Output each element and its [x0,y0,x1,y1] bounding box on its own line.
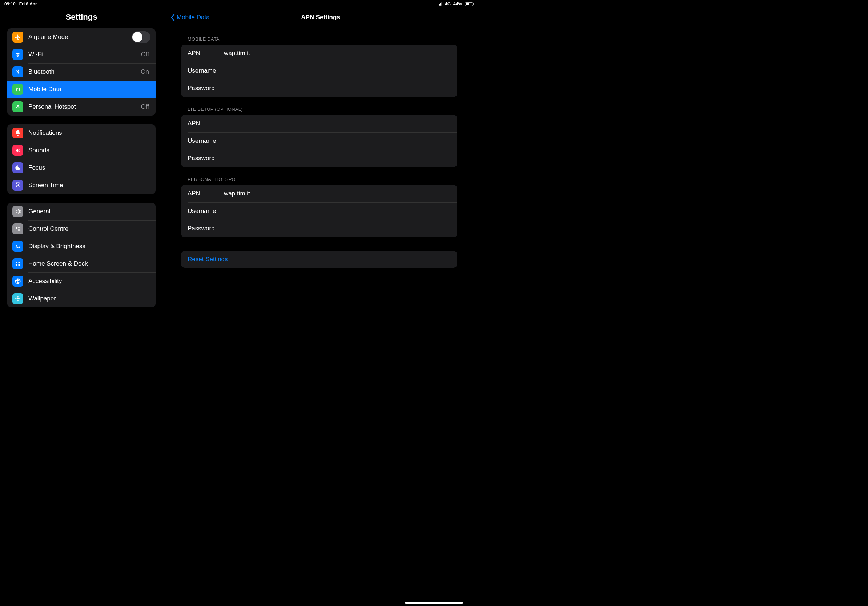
back-button[interactable]: Mobile Data [170,14,210,22]
sidebar-item-screen-time[interactable]: Screen Time [7,176,156,194]
accessibility-icon [12,276,23,287]
sidebar-item-bluetooth[interactable]: Bluetooth On [7,63,156,80]
field-input[interactable] [224,50,451,57]
sidebar-item-home-screen-dock[interactable]: Home Screen & Dock [7,255,156,272]
sidebar-group-connectivity: Airplane Mode Wi-Fi Off Bluetooth On Mob… [7,28,156,116]
status-network: 4G [445,2,451,6]
settings-sidebar[interactable]: Settings Airplane Mode Wi-Fi Off Bluetoo… [0,8,163,334]
field-hotspot-username[interactable]: Username [181,203,457,220]
field-hotspot-password[interactable]: Password [181,220,457,237]
sidebar-item-label: Accessibility [28,278,150,285]
svg-point-2 [18,229,20,231]
sidebar-item-focus[interactable]: Focus [7,159,156,176]
field-input[interactable] [224,207,451,215]
sidebar-item-wallpaper[interactable]: Wallpaper [7,290,156,308]
battery-icon [465,2,474,6]
sidebar-group-attention: Notifications Sounds Focus Screen Time [7,124,156,194]
section-header-personal-hotspot: PERSONAL HOTSPOT [181,167,457,185]
detail-navbar: Mobile Data APN Settings [163,8,478,27]
sidebar-item-mobile-data[interactable]: Mobile Data [7,80,156,98]
sidebar-item-sounds[interactable]: Sounds [7,142,156,159]
svg-rect-8 [16,264,17,266]
field-input[interactable] [224,155,451,162]
field-mobile-data-username[interactable]: Username [181,62,457,80]
field-mobile-data-password[interactable]: Password [181,80,457,97]
back-label: Mobile Data [177,14,210,21]
sidebar-item-label: Personal Hotspot [28,103,141,110]
svg-point-12 [17,298,19,300]
field-hotspot-apn[interactable]: APN [181,185,457,203]
sidebar-item-label: Home Screen & Dock [28,260,150,267]
sidebar-item-label: Focus [28,164,150,172]
sidebar-item-accessibility[interactable]: Accessibility [7,272,156,290]
field-lte-password[interactable]: Password [181,150,457,167]
flower-icon [12,293,23,304]
status-bar: 09:10 Fri 8 Apr 4G 44% [0,0,478,8]
svg-text:A: A [18,246,20,249]
field-label: Username [188,137,224,145]
bell-icon [12,128,23,138]
section-mobile-data: APN Username Password [181,45,457,97]
field-label: Username [188,207,224,215]
svg-point-0 [16,227,18,229]
field-label: APN [188,50,224,57]
sidebar-item-display-brightness[interactable]: AA Display & Brightness [7,238,156,255]
svg-rect-9 [19,264,20,266]
sidebar-item-label: Mobile Data [28,86,150,93]
field-input[interactable] [224,85,451,92]
svg-rect-6 [16,261,17,263]
airplane-toggle[interactable] [132,31,150,43]
field-label: APN [188,120,224,127]
hourglass-icon [12,180,23,191]
sidebar-item-wifi[interactable]: Wi-Fi Off [7,46,156,63]
reset-settings-button[interactable]: Reset Settings [181,251,457,268]
sidebar-item-general[interactable]: General [7,203,156,220]
moon-icon [12,162,23,173]
svg-rect-7 [19,261,20,263]
section-header-lte-setup: LTE SETUP (OPTIONAL) [181,97,457,115]
sidebar-item-label: Control Centre [28,225,150,232]
airplane-icon [12,32,23,43]
signal-icon [438,2,442,6]
field-lte-username[interactable]: Username [181,132,457,150]
sidebar-item-personal-hotspot[interactable]: Personal Hotspot Off [7,98,156,116]
sidebar-item-notifications[interactable]: Notifications [7,124,156,142]
hotspot-icon [12,101,23,112]
text-size-icon: AA [12,241,23,252]
field-input[interactable] [224,190,451,197]
sidebar-item-value: Off [141,51,149,58]
field-input[interactable] [224,225,451,232]
sidebar-item-airplane-mode[interactable]: Airplane Mode [7,28,156,46]
field-label: Password [188,85,224,92]
sidebar-item-label: Screen Time [28,182,150,189]
sliders-icon [12,223,23,234]
sidebar-item-label: Display & Brightness [28,243,150,250]
field-lte-apn[interactable]: APN [181,115,457,132]
section-lte-setup: APN Username Password [181,115,457,167]
status-date: Fri 8 Apr [19,2,37,6]
sidebar-item-control-centre[interactable]: Control Centre [7,220,156,238]
svg-rect-3 [16,230,18,230]
svg-point-13 [17,296,19,298]
bluetooth-icon [12,66,23,77]
reset-card: Reset Settings [181,251,457,268]
field-input[interactable] [224,67,451,74]
svg-rect-1 [18,227,20,228]
sidebar-item-label: Bluetooth [28,68,141,76]
sidebar-item-value: Off [141,103,149,110]
sidebar-title: Settings [0,8,163,28]
sidebar-item-label: Wi-Fi [28,51,141,58]
field-input[interactable] [224,120,451,127]
field-input[interactable] [224,137,451,145]
section-personal-hotspot: APN Username Password [181,185,457,237]
sidebar-item-value: On [141,68,149,76]
status-time: 09:10 [5,2,16,6]
svg-point-15 [15,298,17,299]
antenna-icon [12,84,23,95]
field-mobile-data-apn[interactable]: APN [181,45,457,62]
field-label: Username [188,67,224,74]
detail-pane: Mobile Data APN Settings MOBILE DATA APN… [163,8,478,334]
detail-title: APN Settings [163,14,478,21]
sidebar-item-label: Notifications [28,129,150,137]
sidebar-group-general: General Control Centre AA Display & Brig… [7,203,156,308]
